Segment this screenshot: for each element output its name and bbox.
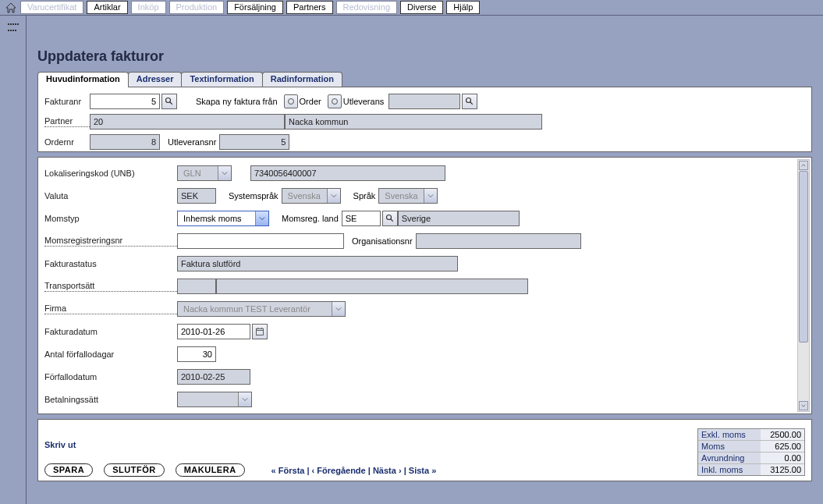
systemsprak-label: Systemspråk: [229, 191, 278, 201]
svg-point-4: [386, 215, 391, 219]
momsreg-land-name: [398, 211, 520, 226]
totals-exkl-label: Exkl. moms: [698, 429, 761, 441]
svg-rect-6: [257, 328, 264, 335]
totals-moms-value: 625.00: [761, 441, 804, 453]
header-panel: Fakturanr Skapa ny faktura från Order Ut…: [37, 87, 812, 152]
svg-point-0: [166, 98, 171, 103]
totals-box: Exkl. moms2500.00 Moms625.00 Avrundning0…: [697, 428, 805, 476]
radio-utleverans[interactable]: [328, 94, 342, 108]
svg-point-2: [466, 98, 471, 103]
menu-artiklar[interactable]: Artiklar: [87, 1, 127, 14]
fakturanr-input[interactable]: [90, 94, 160, 109]
fakturastatus: [177, 256, 458, 272]
tab-adresser[interactable]: Adresser: [128, 72, 183, 87]
fakturastatus-label: Fakturastatus: [44, 259, 177, 268]
svg-line-3: [470, 102, 473, 105]
forfallodatum-label: Förfallodatum: [44, 372, 177, 382]
skapa-ny-faktura-label: Skapa ny faktura från: [196, 97, 278, 106]
momsreg-land-label: Momsreg. land: [282, 214, 339, 223]
totals-moms-label: Moms: [698, 441, 761, 453]
orgnr-label: Organisationsnr: [352, 236, 413, 246]
skriv-ut-link[interactable]: Skriv ut: [44, 440, 76, 449]
menu-redovisning: Redovisning: [336, 1, 398, 14]
top-menubar: Varucertifikat Artiklar Inköp Produktion…: [0, 0, 823, 16]
svg-line-5: [391, 218, 393, 221]
momsreg-land-search-icon[interactable]: [382, 211, 398, 226]
totals-inkl-label: Inkl. moms: [698, 464, 761, 475]
orgnr: [416, 233, 581, 249]
sprak-select: Svenska: [378, 188, 438, 204]
systemsprak-select: Svenska: [282, 188, 341, 204]
main-scrollbar[interactable]: [797, 159, 810, 412]
chevron-down-icon: [332, 302, 345, 316]
spara-button[interactable]: SPARA: [44, 463, 93, 477]
transportsatt-label: Transportsätt: [44, 281, 177, 292]
partner-name: [285, 114, 542, 130]
menu-forsaljning[interactable]: Försäljning: [227, 1, 283, 14]
antal-forfallo-label: Antal förfallodagar: [44, 350, 177, 359]
calendar-icon[interactable]: [252, 324, 268, 339]
lok-type-select: GLN: [177, 165, 232, 181]
utleverans-search-icon[interactable]: [462, 94, 477, 109]
makulera-button[interactable]: MAKULERA: [176, 463, 245, 477]
chevron-down-icon: [424, 189, 437, 203]
grip-icon[interactable]: [8, 23, 19, 34]
fakturanr-label: Fakturanr: [44, 97, 90, 106]
momsreg-land-input[interactable]: [342, 211, 381, 226]
chevron-down-icon: [218, 166, 231, 180]
firma-select: Nacka kommun TEST Leverantör: [177, 301, 346, 317]
pager-next[interactable]: Nästa: [373, 466, 396, 475]
left-sidebar: [0, 16, 27, 504]
menu-inkop: Inköp: [131, 1, 166, 14]
sprak-label: Språk: [353, 191, 376, 201]
utleverans-label: Utleverans: [343, 97, 385, 106]
fakturadatum-label: Fakturadatum: [44, 327, 177, 336]
pager-first[interactable]: Första: [278, 466, 305, 475]
forfallodatum: [177, 369, 250, 385]
totals-avrund-label: Avrundning: [698, 453, 761, 464]
tab-radinformation[interactable]: Radinformation: [262, 72, 342, 87]
chevron-down-icon[interactable]: [255, 211, 268, 225]
betalningssatt-select[interactable]: [177, 392, 252, 407]
scroll-down-icon[interactable]: [799, 401, 808, 410]
home-icon[interactable]: [5, 2, 17, 14]
pager: « Första | ‹ Föregående | Nästa › | Sist…: [271, 466, 437, 475]
totals-inkl-value: 3125.00: [761, 464, 804, 475]
utleverans-value: [388, 94, 460, 109]
workarea: Uppdatera fakturor Huvudinformation Adre…: [27, 16, 823, 504]
momsregnr-input[interactable]: [177, 233, 344, 249]
pager-prev[interactable]: Föregående: [317, 466, 365, 475]
tab-huvudinformation[interactable]: Huvudinformation: [37, 72, 129, 87]
valuta-label: Valuta: [44, 191, 177, 201]
ordernr: [90, 134, 160, 150]
menu-diverse[interactable]: Diverse: [400, 1, 443, 14]
firma-label: Firma: [44, 303, 177, 314]
transportsatt-name: [216, 279, 528, 294]
slutfor-button[interactable]: SLUTFÖR: [104, 463, 164, 477]
radio-order[interactable]: [284, 94, 298, 108]
partner-id: [90, 114, 285, 130]
chevron-down-icon[interactable]: [238, 392, 251, 406]
ordernr-label: Ordernr: [44, 137, 90, 147]
fakturadatum-input[interactable]: [177, 324, 250, 339]
antal-forfallo-input[interactable]: [177, 346, 216, 362]
tab-textinformation[interactable]: Textinformation: [181, 72, 262, 87]
main-panel: Lokaliseringskod (UNB) GLN Valuta System…: [37, 157, 812, 414]
pager-last[interactable]: Sista: [409, 466, 429, 475]
chevron-down-icon: [327, 189, 340, 203]
menu-partners[interactable]: Partners: [286, 1, 333, 14]
scroll-up-icon[interactable]: [799, 161, 808, 170]
menu-produktion: Produktion: [169, 1, 225, 14]
fakturanr-search-icon[interactable]: [161, 94, 177, 109]
ocr-input[interactable]: [177, 414, 319, 415]
totals-avrund-value: 0.00: [761, 453, 804, 464]
order-label: Order: [300, 97, 321, 106]
page-title: Uppdatera fakturor: [37, 48, 815, 65]
momsregnr-label: Momsregistreringsnr: [44, 236, 177, 247]
scroll-thumb[interactable]: [799, 171, 808, 343]
footer-panel: Skriv ut SPARA SLUTFÖR MAKULERA « Första…: [37, 419, 812, 481]
lokaliseringskod-label: Lokaliseringskod (UNB): [44, 169, 177, 178]
menu-hjalp[interactable]: Hjälp: [446, 1, 480, 14]
momstyp-select[interactable]: Inhemsk moms: [177, 211, 269, 226]
momstyp-label: Momstyp: [44, 214, 177, 223]
